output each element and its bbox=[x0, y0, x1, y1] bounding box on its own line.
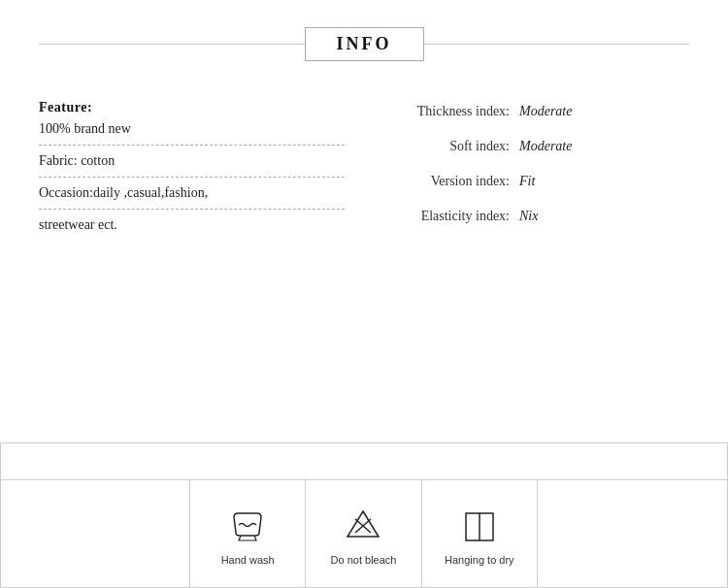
hanging-to-dry-icon bbox=[458, 504, 501, 546]
soft-label: Soft index: bbox=[383, 139, 510, 154]
care-section: Hand wash Do not bleach Hanging to dry bbox=[0, 442, 728, 588]
elasticity-value: Nix bbox=[519, 209, 538, 224]
version-value: Fit bbox=[519, 174, 535, 189]
soft-row: Soft index: Moderate bbox=[383, 139, 689, 154]
header-section: INFO bbox=[0, 0, 728, 71]
do-not-bleach-label: Do not bleach bbox=[331, 554, 397, 566]
hand-wash-icon bbox=[226, 504, 269, 546]
hanging-to-dry-item: Hanging to dry bbox=[422, 480, 538, 587]
left-column: Feature: 100% brand new Fabric: cotton O… bbox=[39, 100, 364, 248]
hanging-to-dry-label: Hanging to dry bbox=[445, 554, 514, 566]
care-top-bar bbox=[1, 443, 727, 480]
thickness-value: Moderate bbox=[519, 104, 572, 119]
hand-wash-item: Hand wash bbox=[190, 480, 306, 587]
hand-wash-label: Hand wash bbox=[221, 554, 275, 566]
thickness-label: Thickness index: bbox=[383, 104, 510, 119]
page-title: INFO bbox=[305, 27, 424, 61]
feature-value: 100% brand new bbox=[39, 121, 345, 146]
elasticity-label: Elasticity index: bbox=[383, 209, 510, 224]
feature-label: Feature: bbox=[39, 100, 345, 115]
main-content: Feature: 100% brand new Fabric: cotton O… bbox=[0, 71, 728, 268]
occasion-label: Occasion:daily ,casual,fashion, bbox=[39, 185, 345, 210]
version-row: Version index: Fit bbox=[383, 174, 689, 189]
right-column: Thickness index: Moderate Soft index: Mo… bbox=[383, 100, 689, 248]
care-right-blank bbox=[538, 480, 727, 587]
occasion-value: streetwear ect. bbox=[39, 217, 345, 241]
header-line-left bbox=[39, 44, 305, 45]
elasticity-row: Elasticity index: Nix bbox=[383, 209, 689, 224]
care-left-blank bbox=[1, 480, 190, 587]
do-not-bleach-icon bbox=[342, 504, 384, 546]
fabric-value: Fabric: cotton bbox=[39, 153, 345, 178]
do-not-bleach-item: Do not bleach bbox=[306, 480, 421, 587]
thickness-row: Thickness index: Moderate bbox=[383, 104, 689, 119]
header-line-right bbox=[424, 44, 690, 45]
care-icons-row: Hand wash Do not bleach Hanging to dry bbox=[1, 480, 727, 587]
version-label: Version index: bbox=[383, 174, 510, 189]
soft-value: Moderate bbox=[519, 139, 572, 154]
